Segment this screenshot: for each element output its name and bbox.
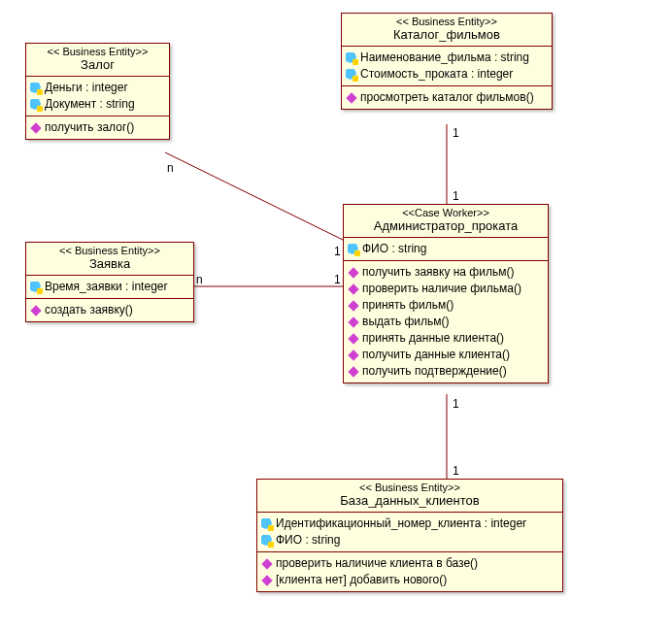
attribute-label: Наименование_фильма : string [360, 50, 529, 65]
operation-row: получить подтверждение() [348, 363, 544, 380]
mult-admin-from-katalog-1: 1 [453, 189, 459, 203]
operations-section: получить заявку на фильм() проверить нал… [344, 261, 548, 383]
class-name: Администратор_проката [350, 218, 542, 233]
operation-row: создать заявку() [30, 302, 189, 318]
operation-label: принять данные клиента() [362, 331, 504, 346]
class-zayavka[interactable]: << Business Entity>> Заявка Время_заявки… [25, 242, 194, 322]
attribute-label: ФИО : string [362, 242, 426, 256]
attribute-label: Идентификационный_номер_клиента : intege… [276, 516, 526, 531]
operation-icon [348, 316, 358, 327]
operations-section: просмотреть каталог фильмов() [342, 86, 552, 109]
attributes-section: Идентификационный_номер_клиента : intege… [257, 513, 562, 552]
attribute-label: Деньги : integer [45, 81, 127, 95]
operation-label: проверить наличие фильма() [362, 282, 521, 296]
class-name: Каталог_фильмов [348, 27, 546, 42]
svg-line-0 [165, 152, 343, 240]
mult-katalog-1: 1 [453, 126, 459, 140]
mult-zalog-n: n [167, 161, 174, 175]
attribute-icon [346, 52, 357, 64]
attribute-row: Документ : string [30, 96, 165, 113]
stereotype-label: << Business Entity>> [32, 245, 187, 256]
attribute-row: ФИО : string [348, 241, 544, 257]
operation-row: принять фильм() [348, 297, 544, 314]
operation-label: получить заявку на фильм() [362, 265, 514, 280]
stereotype-label: <<Case Worker>> [350, 207, 542, 218]
mult-admin-from-zayavka-1: 1 [334, 273, 341, 286]
operation-row: получить залог() [30, 119, 165, 136]
attribute-icon [348, 244, 359, 255]
attribute-row: Стоимость_проката : integer [346, 66, 548, 83]
operation-row: просмотреть каталог фильмов() [346, 89, 548, 106]
class-name: База_данных_клиентов [263, 493, 556, 508]
attribute-row: Деньги : integer [30, 80, 165, 96]
attribute-icon [261, 518, 273, 530]
operation-label: принять фильм() [362, 298, 454, 313]
attribute-row: Наименование_фильма : string [346, 50, 548, 66]
operation-icon [346, 92, 356, 103]
attribute-icon [30, 99, 42, 111]
operation-icon [30, 122, 41, 133]
operation-label: получить залог() [45, 120, 134, 135]
mult-baza-1: 1 [453, 464, 459, 478]
mult-zayavka-n: n [196, 273, 203, 286]
class-zalog[interactable]: << Business Entity>> Залог Деньги : inte… [25, 43, 170, 140]
operation-label: получить данные клиента() [362, 348, 510, 362]
operation-icon [30, 305, 41, 316]
stereotype-label: << Business Entity>> [348, 16, 546, 27]
mult-admin-from-zalog-1: 1 [334, 245, 341, 258]
attribute-row: Идентификационный_номер_клиента : intege… [261, 516, 558, 532]
attributes-section: ФИО : string [344, 238, 548, 261]
operation-icon [261, 558, 272, 569]
class-name: Залог [32, 57, 163, 72]
operation-icon [348, 333, 358, 344]
operation-row: получить данные клиента() [348, 347, 544, 363]
operation-row: проверить наличиче клиента в базе() [261, 555, 558, 572]
operation-label: выдать фильм() [362, 315, 450, 329]
class-admin[interactable]: <<Case Worker>> Администратор_проката ФИ… [343, 204, 549, 383]
attributes-section: Время_заявки : integer [26, 276, 193, 299]
attributes-section: Наименование_фильма : string Стоимость_п… [342, 47, 552, 86]
operation-label: [клиента нет] добавить нового() [276, 573, 447, 587]
operation-label: создать заявку() [45, 303, 133, 317]
attribute-icon [30, 83, 42, 94]
operation-icon [348, 267, 358, 278]
attribute-icon [261, 535, 273, 547]
class-baza[interactable]: << Business Entity>> База_данных_клиенто… [256, 479, 563, 592]
mult-admin-to-baza-1: 1 [453, 397, 459, 411]
class-katalog[interactable]: << Business Entity>> Каталог_фильмов Наи… [341, 13, 553, 110]
attribute-row: Время_заявки : integer [30, 279, 189, 295]
stereotype-label: << Business Entity>> [32, 46, 163, 57]
attribute-icon [346, 69, 357, 81]
operation-row: получить заявку на фильм() [348, 264, 544, 281]
class-name: Заявка [32, 256, 187, 271]
attribute-label: ФИО : string [276, 533, 340, 548]
operation-icon [261, 575, 272, 585]
attribute-label: Стоимость_проката : integer [360, 67, 513, 82]
operation-row: выдать фильм() [348, 314, 544, 330]
attribute-label: Документ : string [45, 97, 135, 112]
operation-label: получить подтверждение() [362, 364, 507, 379]
operation-icon [348, 349, 358, 360]
operation-label: проверить наличиче клиента в базе() [276, 556, 478, 571]
attribute-label: Время_заявки : integer [45, 280, 167, 294]
stereotype-label: << Business Entity>> [263, 482, 556, 493]
operations-section: проверить наличиче клиента в базе() [кли… [257, 552, 562, 591]
operation-icon [348, 300, 358, 311]
operation-row: [клиента нет] добавить нового() [261, 572, 558, 588]
operations-section: создать заявку() [26, 299, 193, 321]
attribute-icon [30, 282, 42, 293]
operations-section: получить залог() [26, 116, 169, 139]
operation-label: просмотреть каталог фильмов() [360, 90, 534, 105]
operation-row: принять данные клиента() [348, 330, 544, 347]
attribute-row: ФИО : string [261, 532, 558, 549]
operation-row: проверить наличие фильма() [348, 281, 544, 297]
operation-icon [348, 366, 358, 377]
attributes-section: Деньги : integer Документ : string [26, 77, 169, 116]
operation-icon [348, 283, 358, 294]
